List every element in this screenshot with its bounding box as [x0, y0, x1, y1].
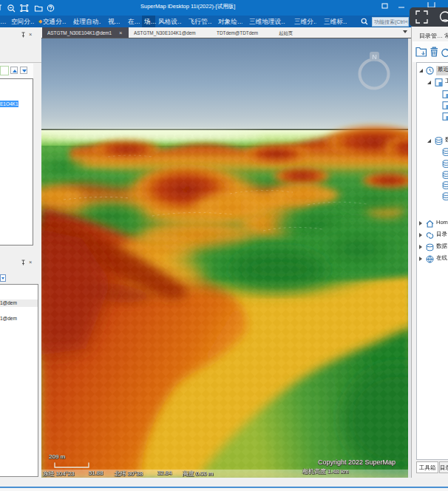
svg-text:N: N [372, 53, 377, 60]
